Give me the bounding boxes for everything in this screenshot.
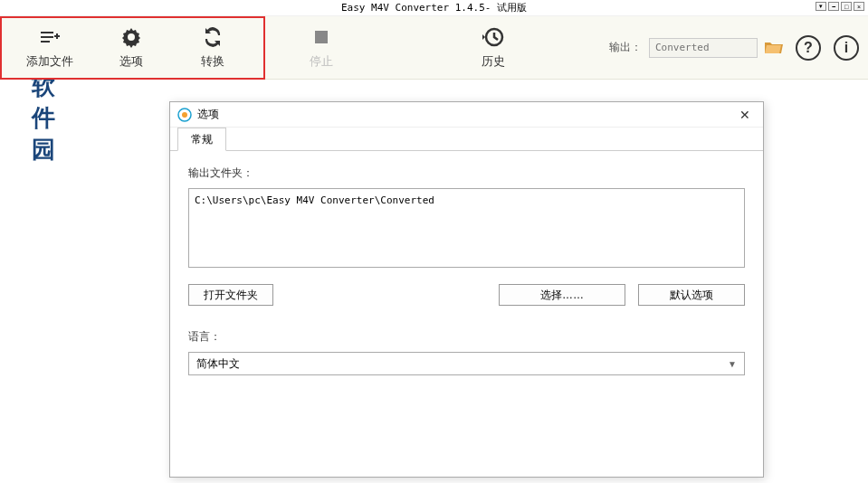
window-dropdown-button[interactable]: ▾ (816, 2, 826, 11)
add-files-label: 添加文件 (26, 53, 73, 70)
window-controls: ▾ ‒ □ × (816, 2, 864, 11)
language-select[interactable]: 简体中文 ▼ (188, 352, 745, 375)
select-button[interactable]: 选择…… (499, 284, 625, 306)
dialog-button-row: 打开文件夹 选择…… 默认选项 (188, 284, 745, 306)
main-toolbar: 添加文件 选项 转换 停止 历史 输出： ? i (0, 16, 868, 80)
window-close-button[interactable]: × (854, 2, 864, 11)
add-files-icon (39, 26, 61, 48)
convert-button[interactable]: 转换 (172, 21, 253, 75)
svg-point-4 (129, 34, 134, 40)
dialog-title: 选项 (197, 107, 734, 122)
history-label: 历史 (482, 53, 505, 70)
output-label: 输出： (609, 40, 642, 55)
window-titlebar: Easy M4V Converter 1.4.5- 试用版 ▾ ‒ □ × (0, 0, 868, 16)
stop-icon (310, 26, 332, 48)
stop-label: 停止 (310, 53, 333, 70)
default-button[interactable]: 默认选项 (638, 284, 745, 306)
options-button[interactable]: 选项 (91, 21, 172, 75)
svg-rect-2 (41, 36, 53, 38)
window-maximize-button[interactable]: □ (841, 2, 852, 11)
about-button[interactable]: i (834, 35, 859, 61)
window-title: Easy M4V Converter 1.4.5- 试用版 (341, 1, 527, 14)
chevron-down-icon: ▼ (728, 359, 737, 369)
output-folder-textarea[interactable] (188, 188, 745, 268)
options-dialog: 选项 ✕ 常规 输出文件夹： 打开文件夹 选择…… 默认选项 语言： 简体中文 … (169, 101, 764, 478)
window-minimize-button[interactable]: ‒ (828, 2, 839, 11)
add-files-button[interactable]: 添加文件 (9, 21, 91, 75)
stop-button: 停止 (281, 21, 362, 75)
output-folder-label: 输出文件夹： (188, 166, 745, 181)
svg-point-8 (182, 112, 187, 118)
open-folder-button[interactable]: 打开文件夹 (188, 284, 273, 306)
folder-icon[interactable] (765, 41, 783, 55)
convert-label: 转换 (201, 53, 224, 70)
svg-rect-1 (41, 32, 53, 33)
history-button[interactable]: 历史 (453, 21, 534, 75)
language-label: 语言： (188, 329, 745, 345)
svg-rect-5 (315, 31, 328, 43)
dialog-body: 输出文件夹： 打开文件夹 选择…… 默认选项 语言： 简体中文 ▼ (170, 151, 763, 390)
language-value: 简体中文 (196, 356, 240, 372)
history-icon (482, 26, 504, 48)
tab-general[interactable]: 常规 (177, 128, 226, 151)
output-input[interactable] (649, 38, 758, 58)
dialog-app-icon (177, 108, 192, 122)
toolbar-right: 输出： ? i (609, 35, 859, 61)
options-label: 选项 (119, 53, 143, 70)
convert-icon (202, 26, 224, 48)
dialog-titlebar: 选项 ✕ (170, 102, 763, 128)
gear-icon (120, 26, 142, 48)
dialog-close-button[interactable]: ✕ (734, 106, 756, 124)
svg-rect-3 (41, 41, 50, 43)
dialog-tabs: 常规 (170, 128, 763, 151)
help-button[interactable]: ? (796, 35, 821, 61)
